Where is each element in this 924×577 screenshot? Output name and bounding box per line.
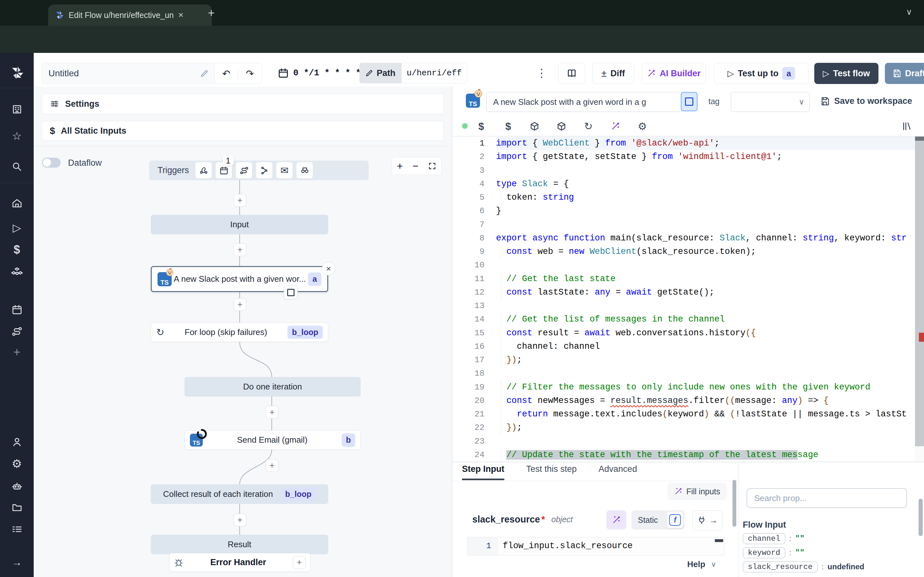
add-step-button[interactable]: + bbox=[266, 459, 278, 472]
settings-gear-icon[interactable]: ⚙ bbox=[635, 120, 649, 133]
flow-input-row[interactable]: keyword:"" bbox=[743, 546, 916, 560]
add-step-button[interactable]: + bbox=[266, 406, 278, 419]
flow-name-input[interactable]: Untitled bbox=[42, 63, 216, 84]
flow-node-collect-result[interactable]: Collect result of each iteration b_loop bbox=[151, 484, 328, 504]
flow-node-forloop[interactable]: ↻ For loop (skip failures) b_loop bbox=[151, 322, 328, 342]
sidebar-item-ai[interactable] bbox=[0, 477, 34, 495]
scrollbar-thumb[interactable] bbox=[732, 480, 736, 527]
sidebar-item-workspace[interactable] bbox=[0, 100, 34, 118]
reload-icon[interactable]: ↻ bbox=[582, 120, 596, 133]
editor-widget-handle[interactable] bbox=[715, 539, 723, 542]
add-step-button[interactable]: + bbox=[234, 243, 246, 256]
sidebar-item-search[interactable] bbox=[0, 158, 34, 176]
stop-after-step-toggle[interactable] bbox=[681, 92, 698, 111]
draft-button[interactable]: Draft bbox=[885, 63, 924, 84]
sidebar-item-triggers[interactable] bbox=[0, 322, 34, 340]
browser-tab[interactable]: Edit Flow u/henri/effective_un × bbox=[48, 5, 212, 26]
path-control[interactable]: Path u/henri/eff bbox=[359, 63, 467, 83]
schedule-chip[interactable]: 0 */1 * * * * bbox=[278, 63, 361, 83]
variable-picker-icon[interactable]: $ bbox=[474, 120, 488, 133]
flow-node-slack-step[interactable]: TS A new Slack post with a given wor... … bbox=[151, 266, 328, 292]
tag-select[interactable]: ∨ bbox=[731, 92, 810, 112]
search-prop-input[interactable] bbox=[746, 488, 907, 508]
delete-node-button[interactable]: × bbox=[322, 262, 335, 276]
sidebar-item-schedules[interactable] bbox=[0, 301, 34, 319]
flow-input-row[interactable]: channel:"" bbox=[743, 532, 916, 546]
ai-builder-button[interactable]: AI Builder bbox=[642, 63, 706, 84]
code-line: 18 bbox=[452, 367, 924, 380]
input-mode-toggle[interactable]: Static f bbox=[632, 510, 685, 530]
library-icon[interactable] bbox=[900, 120, 914, 133]
ai-wand-icon[interactable] bbox=[608, 120, 622, 133]
test-flow-button[interactable]: ▷ Test flow bbox=[814, 63, 879, 84]
stop-after-step-button[interactable] bbox=[284, 285, 298, 300]
tab-advanced[interactable]: Advanced bbox=[599, 464, 637, 480]
expression-code[interactable]: flow_input.slack_resource bbox=[498, 537, 633, 555]
email-trigger-icon[interactable]: ✉ bbox=[276, 162, 292, 179]
new-tab-button[interactable]: + bbox=[208, 6, 215, 20]
step-name-input[interactable]: A new Slack post with a given word in a … bbox=[486, 92, 683, 112]
tabs-divider bbox=[452, 481, 738, 481]
path-value[interactable]: u/henri/eff bbox=[401, 63, 467, 83]
add-step-button[interactable]: + bbox=[234, 514, 246, 526]
javascript-mode-active[interactable]: f bbox=[667, 512, 683, 528]
docs-button[interactable] bbox=[558, 63, 585, 84]
fit-view-icon[interactable] bbox=[428, 162, 436, 170]
sidebar-item-resources[interactable] bbox=[0, 263, 34, 281]
sidebar-item-logs[interactable] bbox=[0, 520, 34, 538]
websocket-trigger-icon[interactable] bbox=[296, 162, 313, 179]
http-route-trigger-icon[interactable] bbox=[236, 162, 252, 179]
sidebar-item-runs[interactable]: ▷ bbox=[0, 219, 34, 237]
zoom-out-button[interactable]: − bbox=[413, 160, 419, 172]
code-line: 2import { getState, setState } from 'win… bbox=[452, 150, 924, 163]
sidebar-item-add[interactable]: + bbox=[0, 343, 34, 361]
flow-input-row[interactable]: slack_resource:undefined bbox=[743, 560, 916, 574]
flow-node-result[interactable]: Result bbox=[151, 535, 328, 554]
baby-emoji-icon bbox=[473, 89, 483, 98]
sidebar-item-folders[interactable] bbox=[0, 498, 34, 516]
sidebar-item-users[interactable] bbox=[0, 433, 34, 451]
all-static-inputs-card[interactable]: $ All Static Inputs bbox=[42, 121, 444, 141]
tab-step-input[interactable]: Step Input bbox=[462, 464, 504, 480]
flow-node-input[interactable]: Input bbox=[151, 215, 328, 234]
dataflow-toggle[interactable] bbox=[42, 158, 61, 168]
flow-settings-card[interactable]: Settings bbox=[42, 93, 444, 114]
sidebar-item-home[interactable] bbox=[0, 194, 34, 212]
more-menu-button[interactable]: ⋮ bbox=[535, 63, 549, 83]
flow-node-send-email[interactable]: TS Send Email (gmail) b bbox=[184, 430, 360, 450]
code-editor[interactable]: 1import { WebClient } from '@slack/web-a… bbox=[452, 137, 924, 462]
package-icon[interactable] bbox=[527, 120, 541, 133]
add-step-button[interactable]: + bbox=[234, 298, 246, 311]
editor-scrollbar-thumb[interactable] bbox=[915, 138, 924, 446]
zoom-in-button[interactable]: + bbox=[397, 160, 403, 172]
flow-node-do-one-iteration[interactable]: Do one iteration bbox=[184, 377, 360, 396]
kafka-trigger-icon[interactable] bbox=[256, 162, 272, 179]
sidebar-item-variables[interactable]: $ bbox=[0, 241, 34, 259]
sidebar-item-settings[interactable]: ⚙ bbox=[0, 455, 34, 473]
test-up-to-button[interactable]: ▷ Test up to a bbox=[714, 63, 809, 84]
tab-close-icon[interactable]: × bbox=[178, 10, 184, 20]
flow-node-error-handler[interactable]: Error Handler + bbox=[169, 553, 310, 572]
connect-input-button[interactable]: → bbox=[692, 510, 722, 530]
resource-picker-icon[interactable]: $ bbox=[501, 120, 515, 133]
expression-editor[interactable]: 1 flow_input.slack_resource bbox=[467, 537, 724, 556]
sidebar-collapse-arrow[interactable]: → bbox=[0, 553, 34, 571]
add-error-handler-button[interactable]: + bbox=[293, 556, 306, 569]
diff-button[interactable]: ± Diff bbox=[592, 63, 634, 84]
triggers-bar[interactable]: Triggers ✉ bbox=[149, 161, 368, 180]
tab-search-chevron-icon[interactable]: ∨ bbox=[906, 7, 912, 17]
tab-test-this-step[interactable]: Test this step bbox=[526, 464, 577, 480]
add-step-button[interactable]: + bbox=[234, 194, 246, 207]
webhook-trigger-icon[interactable] bbox=[195, 162, 212, 179]
package-icon[interactable] bbox=[554, 120, 569, 133]
windmill-logo[interactable] bbox=[0, 64, 34, 82]
ai-fill-button[interactable] bbox=[606, 510, 626, 530]
save-to-workspace-button[interactable]: Save to workspace bbox=[820, 96, 912, 106]
redo-button[interactable]: ↷ bbox=[238, 68, 262, 79]
fill-inputs-button[interactable]: Fill inputs bbox=[667, 483, 727, 500]
undo-button[interactable]: ↶ bbox=[215, 68, 238, 79]
bottom-tabs: Step InputTest this stepAdvanced bbox=[462, 464, 637, 480]
sidebar-item-favorites[interactable]: ☆ bbox=[0, 127, 34, 145]
help-button[interactable]: Help ∨ bbox=[687, 559, 716, 569]
scrollbar-thumb[interactable] bbox=[919, 499, 923, 536]
